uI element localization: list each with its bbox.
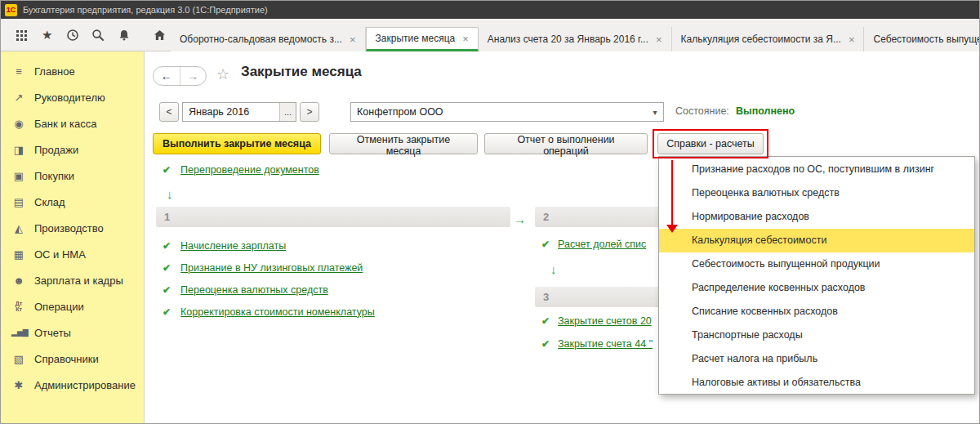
- sidebar-item-warehouse[interactable]: ▤ Склад: [1, 189, 144, 215]
- sidebar-item-salary-hr[interactable]: ☻ Зарплата и кадры: [1, 267, 144, 293]
- add-favorite-star-icon[interactable]: ☆: [216, 65, 229, 83]
- sidebar-item-catalogs[interactable]: ▧ Справочники: [1, 346, 144, 372]
- check-icon: ✔: [163, 240, 171, 252]
- organization-combo[interactable]: Конфетпром ООО ▾: [350, 102, 664, 122]
- stage-1-operations-list: ✔ Начисление зарплаты ✔ Признание в НУ л…: [163, 234, 375, 323]
- back-arrow-button[interactable]: ←: [154, 67, 180, 85]
- home-icon[interactable]: [149, 25, 170, 46]
- annotation-red-arrow-head: [666, 225, 678, 233]
- menu-item-currency-revaluation[interactable]: Переоценка валютных средств: [659, 181, 974, 205]
- currency-revaluation-link[interactable]: Переоценка валютных средств: [180, 284, 328, 296]
- main-menu-grid-icon[interactable]: [11, 25, 31, 45]
- sidebar-item-label: Операции: [34, 301, 84, 313]
- next-period-button[interactable]: >: [300, 102, 319, 122]
- tab-cost-calculation[interactable]: Калькуляция себестоимости за Я... ×: [672, 27, 865, 51]
- administration-icon: ✱: [11, 380, 26, 391]
- menu-item-leasing-expenses[interactable]: Признание расходов по ОС, поступившим в …: [659, 158, 974, 181]
- forward-arrow-button[interactable]: →: [180, 67, 207, 85]
- notifications-bell-icon[interactable]: [114, 25, 134, 45]
- close-accounts-20-link[interactable]: Закрытие счетов 20: [558, 315, 652, 327]
- catalogs-icon: ▧: [11, 354, 26, 364]
- sidebar-item-administration[interactable]: ✱ Администрирование: [1, 372, 144, 398]
- menu-item-expense-rationing[interactable]: Нормирование расходов: [659, 205, 974, 229]
- sidebar-item-reports[interactable]: ▂▅▇ Отчеты: [1, 319, 144, 346]
- menu-item-indirect-distribution[interactable]: Распределение косвенных расходов: [659, 276, 974, 300]
- sidebar-item-production[interactable]: ◭ Производство: [1, 215, 144, 241]
- menu-item-product-cost[interactable]: Себестоимость выпущенной продукции: [659, 252, 974, 276]
- check-icon: ✔: [163, 306, 171, 318]
- sidebar-item-manager[interactable]: ↗ Руководителю: [1, 84, 144, 110]
- sidebar-item-label: ОС и НМА: [34, 248, 86, 261]
- operation-row: ✔ Начисление зарплаты: [163, 234, 375, 257]
- operations-report-button[interactable]: Отчет о выполнении операций: [484, 133, 648, 154]
- status-value: Выполнено: [736, 105, 795, 117]
- tab-label: Закрытие месяца: [376, 33, 456, 44]
- sidebar-item-label: Администрирование: [34, 379, 136, 391]
- run-month-closing-button[interactable]: Выполнить закрытие месяца: [153, 133, 321, 154]
- bell-icon-svg: [118, 29, 131, 42]
- period-picker-button[interactable]: ...: [279, 103, 296, 121]
- check-icon: ✔: [541, 338, 550, 350]
- sidebar-item-label: Справочники: [34, 353, 99, 365]
- tab-bar: Оборотно-сальдовая ведомость з... × Закр…: [171, 27, 980, 51]
- menu-item-income-tax[interactable]: Расчет налога на прибыль: [659, 347, 974, 371]
- period-field[interactable]: Январь 2016 ...: [182, 102, 296, 122]
- menu-item-cost-calculation[interactable]: Калькуляция себестоимости: [659, 229, 974, 252]
- check-icon: ✔: [163, 164, 171, 176]
- check-icon: ✔: [541, 239, 550, 250]
- tab-close-icon[interactable]: ×: [656, 33, 662, 46]
- month-closing-page: ← → ☆ Закрытие месяца < Январь 2016 ... …: [145, 51, 980, 424]
- tab-account-20-analysis[interactable]: Анализ счета 20 за Январь 2016 г... ×: [479, 27, 672, 51]
- sidebar-item-fixed-assets[interactable]: ▦ ОС и НМА: [1, 241, 144, 267]
- menu-item-indirect-writeoff[interactable]: Списание косвенных расходов: [659, 300, 974, 324]
- close-account-44-link[interactable]: Закрытие счета 44 ": [558, 338, 653, 350]
- menu-item-transport-expenses[interactable]: Транспортные расходы: [659, 324, 974, 347]
- salary-accrual-link[interactable]: Начисление зарплаты: [180, 240, 286, 252]
- annotation-red-rectangle: [653, 129, 768, 158]
- fixed-assets-icon: ▦: [11, 249, 26, 260]
- tab-product-cost[interactable]: Себестоимость выпущенн: [864, 27, 980, 51]
- sidebar-item-main[interactable]: ≡ Главное: [1, 58, 144, 84]
- window-title: Бухгалтерия предприятия, редакция 3.0 (1…: [23, 5, 268, 15]
- sidebar-item-sales[interactable]: ◨ Продажи: [1, 136, 144, 163]
- tab-close-icon[interactable]: ×: [462, 33, 469, 45]
- tab-label: Оборотно-сальдовая ведомость з...: [180, 33, 342, 45]
- sidebar-item-operations[interactable]: Дт Кт Операции: [1, 293, 144, 319]
- magnifier-icon-svg: [91, 29, 105, 42]
- sidebar-item-label: Зарплата и кадры: [34, 274, 123, 287]
- toolbar-icon-group: ★: [1, 19, 145, 51]
- history-clock-icon[interactable]: [63, 25, 82, 45]
- app-logo-1c: 1С: [5, 4, 17, 16]
- section-sidebar: ≡ Главное ↗ Руководителю ◉ Банк и касса …: [1, 51, 145, 424]
- sidebar-item-label: Покупки: [34, 170, 74, 182]
- cancel-month-closing-button[interactable]: Отменить закрытие месяца: [329, 133, 478, 154]
- tab-close-icon[interactable]: ×: [849, 33, 855, 46]
- chevron-down-icon[interactable]: ▾: [647, 108, 663, 117]
- stage-3-operations-list: ✔ Закрытие счетов 20 ✔ Закрытие счета 44…: [541, 310, 653, 355]
- warehouse-icon: ▤: [11, 197, 26, 208]
- sidebar-item-label: Склад: [34, 196, 65, 208]
- status-label: Состояние:: [675, 105, 729, 117]
- history-nav-buttons: ← →: [153, 66, 207, 86]
- tab-month-closing[interactable]: Закрытие месяца ×: [366, 27, 479, 51]
- menu-item-tax-assets[interactable]: Налоговые активы и обязательства: [659, 371, 974, 395]
- previous-period-button[interactable]: <: [159, 102, 179, 122]
- stage-1-header: 1: [156, 207, 510, 227]
- sidebar-item-bank-cash[interactable]: ◉ Банк и касса: [1, 110, 144, 136]
- tab-balance-sheet[interactable]: Оборотно-сальдовая ведомость з... ×: [171, 27, 366, 51]
- reposting-documents-link[interactable]: Перепроведение документов: [180, 164, 319, 176]
- stage-number: 3: [543, 291, 549, 303]
- sidebar-item-label: Производство: [34, 222, 104, 234]
- search-icon[interactable]: [88, 25, 108, 45]
- favorites-star-icon[interactable]: ★: [38, 25, 57, 45]
- sales-icon: ◨: [11, 145, 26, 155]
- share-writeoff-calc-link[interactable]: Расчет долей спис: [558, 239, 646, 250]
- item-cost-adjustment-link[interactable]: Корректировка стоимости номенклатуры: [180, 306, 375, 318]
- sidebar-item-purchases[interactable]: ▣ Покупки: [1, 163, 144, 189]
- purchases-icon: ▣: [11, 171, 26, 181]
- leasing-payments-link[interactable]: Признание в НУ лизинговых платежей: [180, 262, 363, 274]
- tab-close-icon[interactable]: ×: [350, 33, 356, 46]
- check-icon: ✔: [541, 315, 550, 327]
- main-toolbar: ★ Оборотно-сальдовая ведомость з.: [1, 19, 980, 51]
- period-value: Январь 2016: [183, 103, 279, 121]
